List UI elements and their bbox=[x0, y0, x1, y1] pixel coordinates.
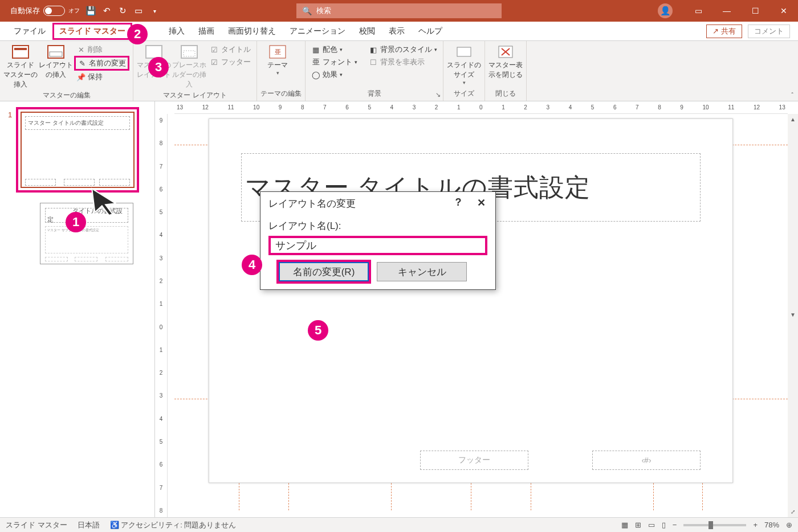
chevron-down-icon: ▾ bbox=[340, 47, 343, 52]
comments-button[interactable]: コメント bbox=[748, 24, 790, 38]
rename-button[interactable]: ✎名前の変更 bbox=[74, 56, 129, 71]
share-button[interactable]: ↗共有 bbox=[706, 24, 742, 38]
normal-view-icon[interactable]: ▦ bbox=[621, 521, 628, 529]
tab-transitions[interactable]: 画面切り替え bbox=[221, 23, 283, 40]
zoom-slider[interactable] bbox=[683, 524, 746, 526]
autosave-label: 自動保存 bbox=[10, 6, 40, 16]
placeholder-icon bbox=[180, 44, 198, 59]
checkbox-icon: ☐ bbox=[369, 58, 378, 67]
svg-rect-9 bbox=[457, 47, 471, 56]
close-window-icon[interactable]: ✕ bbox=[769, 0, 798, 22]
autosave-toggle[interactable]: 自動保存 オフ bbox=[10, 6, 80, 16]
chevron-down-icon: ▾ bbox=[355, 59, 357, 65]
fit-to-window-icon[interactable]: ⊕ bbox=[786, 521, 792, 529]
minimize-icon[interactable]: — bbox=[712, 0, 741, 22]
group-label-layout: マスター レイアウト bbox=[137, 89, 253, 101]
layout-name-input[interactable] bbox=[268, 236, 487, 255]
tab-view[interactable]: 表示 bbox=[382, 23, 412, 40]
chevron-down-icon: ▾ bbox=[340, 72, 343, 77]
colors-button[interactable]: ▦配色▾ bbox=[309, 43, 360, 56]
status-language[interactable]: 日本語 bbox=[78, 520, 100, 530]
redo-icon[interactable]: ↻ bbox=[117, 6, 128, 16]
fonts-button[interactable]: 亜フォント▾ bbox=[309, 56, 360, 68]
sorter-view-icon[interactable]: ⊞ bbox=[635, 521, 641, 529]
checkbox-icon: ☑ bbox=[210, 58, 219, 67]
close-dialog-icon[interactable]: ✕ bbox=[473, 197, 490, 209]
hide-bg-checkbox: ☐背景を非表示 bbox=[367, 56, 439, 68]
close-icon bbox=[496, 44, 515, 59]
chevron-down-icon: ▾ bbox=[276, 70, 279, 76]
status-accessibility[interactable]: ♿ アクセシビリティ: 問題ありません bbox=[110, 520, 237, 530]
zoom-in-icon[interactable]: + bbox=[753, 521, 758, 529]
layout-thumbnail[interactable]: タイトルの書式設定 マスター サブタイトルの書式設定 bbox=[40, 203, 133, 264]
cursor-icon bbox=[89, 186, 119, 215]
undo-icon[interactable]: ↶ bbox=[101, 6, 112, 16]
tab-draw[interactable]: 描画 bbox=[192, 23, 221, 40]
chevron-down-icon: ▾ bbox=[434, 47, 437, 52]
footer-checkbox: ☑フッター bbox=[207, 56, 253, 68]
master-thumbnail[interactable]: 1 マスター タイトルの書式設定 bbox=[16, 107, 150, 193]
status-mode: スライド マスター bbox=[6, 520, 67, 530]
scroll-up-icon[interactable]: ▲ bbox=[790, 116, 796, 122]
slide-master-icon bbox=[11, 44, 30, 59]
toggle-off-icon bbox=[43, 6, 65, 16]
vertical-scrollbar[interactable]: ▲ ▼ ⤢ bbox=[788, 114, 798, 517]
annotation-badge-2: 2 bbox=[127, 24, 148, 44]
annotation-badge-1: 1 bbox=[66, 212, 86, 232]
effects-icon: ◯ bbox=[311, 70, 320, 79]
qat-more-icon[interactable]: ▾ bbox=[149, 6, 160, 16]
insert-slide-master-button[interactable]: スライド マスターの挿入 bbox=[3, 43, 38, 89]
group-label-edit: マスターの編集 bbox=[3, 89, 129, 101]
rename-confirm-button[interactable]: 名前の変更(R) bbox=[279, 262, 369, 281]
slideshow-view-icon[interactable]: ▯ bbox=[662, 521, 666, 529]
svg-text:亜: 亜 bbox=[275, 48, 281, 55]
footer-placeholder[interactable]: フッター bbox=[420, 451, 528, 470]
tab-insert[interactable]: 挿入 bbox=[162, 23, 192, 40]
delete-icon: ✕ bbox=[76, 45, 85, 54]
tab-slide-master[interactable]: スライド マスター bbox=[52, 23, 132, 40]
status-bar: スライド マスター 日本語 ♿ アクセシビリティ: 問題ありません ▦ ⊞ ▭ … bbox=[0, 517, 798, 532]
scroll-down-icon[interactable]: ▼ bbox=[790, 312, 796, 318]
fit-icon[interactable]: ⤢ bbox=[791, 509, 795, 515]
zoom-out-icon[interactable]: − bbox=[673, 521, 677, 529]
tab-help[interactable]: ヘルプ bbox=[412, 23, 449, 40]
help-icon[interactable]: ? bbox=[450, 197, 467, 208]
maximize-icon[interactable]: ☐ bbox=[741, 0, 769, 22]
close-master-view-button[interactable]: マスター表示を閉じる bbox=[488, 43, 523, 80]
group-label-close: 閉じる bbox=[488, 88, 523, 100]
slide-canvas[interactable]: マスター タイトルの書式設定 フッター ‹#› bbox=[209, 118, 733, 483]
reading-view-icon[interactable]: ▭ bbox=[648, 521, 655, 529]
present-icon[interactable]: ▭ bbox=[133, 6, 144, 16]
layout-content-placeholder: マスター サブタイトルの書式設定 bbox=[45, 226, 128, 253]
cancel-button[interactable]: キャンセル bbox=[377, 262, 467, 281]
tab-review[interactable]: 校閲 bbox=[352, 23, 382, 40]
collapse-ribbon-icon[interactable]: ˆ bbox=[791, 92, 793, 99]
effects-button[interactable]: ◯効果▾ bbox=[309, 68, 360, 81]
preserve-button[interactable]: 📌保持 bbox=[74, 71, 129, 83]
account-icon[interactable]: 👤 bbox=[658, 3, 673, 18]
annotation-badge-5: 5 bbox=[308, 320, 328, 341]
title-bar: 自動保存 オフ 💾 ↶ ↻ ▭ ▾ 🔍 検索 👤 ▭ — ☐ ✕ bbox=[0, 0, 798, 22]
tab-animations[interactable]: アニメーション bbox=[283, 23, 352, 40]
svg-rect-0 bbox=[13, 46, 28, 58]
fonts-icon: 亜 bbox=[311, 58, 320, 67]
rename-layout-dialog: レイアウト名の変更 ? ✕ レイアウト名(L): 名前の変更(R) キャンセル bbox=[260, 191, 496, 290]
insert-layout-button[interactable]: レイアウトの挿入 bbox=[39, 43, 73, 80]
delete-layout-button: ✕削除 bbox=[74, 43, 129, 56]
bg-styles-button[interactable]: ◧背景のスタイル▾ bbox=[367, 43, 439, 56]
colors-icon: ▦ bbox=[311, 45, 320, 54]
search-box[interactable]: 🔍 検索 bbox=[296, 3, 502, 18]
slide-size-button[interactable]: スライドのサイズ ▾ bbox=[447, 43, 481, 85]
layout-icon bbox=[47, 44, 65, 59]
zoom-level[interactable]: 78% bbox=[764, 521, 779, 529]
themes-button[interactable]: 亜 テーマ ▾ bbox=[260, 43, 295, 76]
ribbon-options-icon[interactable]: ▭ bbox=[684, 0, 712, 22]
save-icon[interactable]: 💾 bbox=[85, 6, 96, 16]
chevron-down-icon: ▾ bbox=[463, 80, 466, 85]
search-placeholder: 検索 bbox=[316, 6, 331, 16]
thumb-title-placeholder: マスター タイトルの書式設定 bbox=[25, 116, 130, 130]
annotation-badge-4: 4 bbox=[242, 255, 262, 275]
pagenum-placeholder[interactable]: ‹#› bbox=[592, 451, 701, 470]
tab-file[interactable]: ファイル bbox=[7, 23, 52, 40]
dialog-launcher-icon[interactable]: ↘ bbox=[435, 91, 441, 99]
